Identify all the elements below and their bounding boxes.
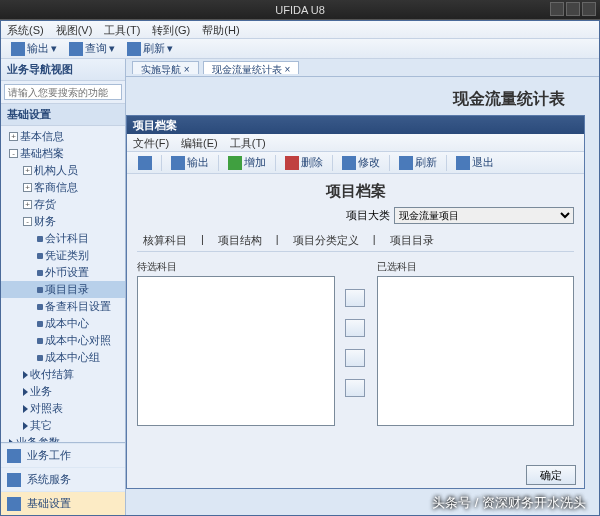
tree-node[interactable]: 成本中心对照 [1,332,125,349]
sidebar-title: 业务导航视图 [1,59,125,81]
tree-label: 收付结算 [30,367,74,382]
separator [218,155,219,171]
tree-node[interactable]: 项目目录 [1,281,125,298]
ok-button[interactable]: 确定 [526,465,576,485]
delete-button[interactable]: 删除 [280,153,328,172]
tree-label: 基础档案 [20,146,64,161]
selected-listbox[interactable] [377,276,575,426]
exit-button[interactable]: 退出 [451,153,499,172]
project-dialog: 项目档案 文件(F)编辑(E)工具(T) 输出增加删除修改刷新退出 项目档案 项… [126,115,585,489]
app-menubar: 系统(S)视图(V)工具(T)转到(G)帮助(H) [1,21,599,39]
category-select[interactable]: 现金流量项目 [394,207,574,224]
search-button[interactable]: 查询▾ [65,40,119,57]
refresh-button[interactable]: 刷新 [394,153,442,172]
tree-node[interactable]: +客商信息 [1,179,125,196]
sidebar-search [1,81,125,103]
move-all-left-button[interactable] [345,379,365,397]
section-icon [7,497,21,511]
tree-node[interactable]: 会计科目 [1,230,125,247]
print-button[interactable] [133,154,157,172]
dialog-menu-item[interactable]: 工具(T) [230,137,266,149]
tree-node[interactable]: 成本中心 [1,315,125,332]
sub-tab[interactable]: 项目结构 [216,232,264,249]
menu-item[interactable]: 转到(G) [152,24,190,36]
move-all-right-button[interactable] [345,319,365,337]
main-tab[interactable]: 现金流量统计表 × [203,61,300,74]
dialog-menubar: 文件(F)编辑(E)工具(T) [127,134,584,152]
minimize-button[interactable] [550,2,564,16]
tree-label: 其它 [30,418,52,433]
section-label: 业务工作 [27,448,71,463]
pending-label: 待选科目 [137,260,335,274]
pending-listbox[interactable] [137,276,335,426]
refresh-button[interactable]: 刷新▾ [123,40,177,57]
tree-node[interactable]: 凭证类别 [1,247,125,264]
tree-node[interactable]: -基础档案 [1,145,125,162]
tree-label: 备查科目设置 [45,299,111,314]
app-window: 系统(S)视图(V)工具(T)转到(G)帮助(H) 输出▾查询▾刷新▾ 业务导航… [0,20,600,516]
dialog-menu-item[interactable]: 文件(F) [133,137,169,149]
tree-node[interactable]: 其它 [1,417,125,434]
menu-item[interactable]: 工具(T) [104,24,140,36]
menu-item[interactable]: 系统(S) [7,24,44,36]
dialog-menu-item[interactable]: 编辑(E) [181,137,218,149]
tree-label: 成本中心 [45,316,89,331]
toggle-icon[interactable]: - [9,149,18,158]
sub-tab[interactable]: 核算科目 [141,232,189,249]
sub-tab[interactable]: 项目目录 [388,232,436,249]
export-icon [11,42,25,56]
sidebar-section[interactable]: 业务工作 [1,443,125,467]
search-input[interactable] [4,84,122,100]
node-icon [37,236,43,242]
sidebar-section[interactable]: 基础设置 [1,491,125,515]
arrow-icon [23,388,28,396]
tree-node[interactable]: 成本中心组 [1,349,125,366]
tree-label: 对照表 [30,401,63,416]
toggle-icon[interactable]: + [9,132,18,141]
export-button[interactable]: 输出 [166,153,214,172]
tree-node[interactable]: 备查科目设置 [1,298,125,315]
toggle-icon[interactable]: + [23,183,32,192]
sidebar: 业务导航视图 基础设置 +基本信息-基础档案+机构人员+客商信息+存货-财务会计… [1,59,126,515]
tree-label: 凭证类别 [45,248,89,263]
edit-icon [342,156,356,170]
tree-node[interactable]: -财务 [1,213,125,230]
sub-tab[interactable]: 项目分类定义 [291,232,361,249]
edit-button[interactable]: 修改 [337,153,385,172]
arrow-icon [23,405,28,413]
watermark: 头条号 / 资深财务开水洗头 [432,494,586,512]
main-tab[interactable]: 实施导航 × [132,61,199,74]
move-left-button[interactable] [345,349,365,367]
toggle-icon[interactable]: + [23,200,32,209]
node-icon [37,355,43,361]
separator [389,155,390,171]
separator [275,155,276,171]
tree-node[interactable]: 对照表 [1,400,125,417]
sidebar-section[interactable]: 系统服务 [1,467,125,491]
tree-node[interactable]: 业务参数 [1,434,125,442]
add-button[interactable]: 增加 [223,153,271,172]
close-button[interactable] [582,2,596,16]
tree-node[interactable]: +基本信息 [1,128,125,145]
tree-node[interactable]: 收付结算 [1,366,125,383]
search-icon [69,42,83,56]
menu-item[interactable]: 帮助(H) [202,24,239,36]
section-icon [7,449,21,463]
maximize-button[interactable] [566,2,580,16]
toggle-icon[interactable]: - [23,217,32,226]
tree-node[interactable]: +存货 [1,196,125,213]
separator [332,155,333,171]
move-right-button[interactable] [345,289,365,307]
tree-label: 业务 [30,384,52,399]
tree-node[interactable]: 外币设置 [1,264,125,281]
menu-item[interactable]: 视图(V) [56,24,93,36]
tree-node[interactable]: +机构人员 [1,162,125,179]
tree-node[interactable]: 业务 [1,383,125,400]
delete-icon [285,156,299,170]
print-icon [138,156,152,170]
node-icon [37,321,43,327]
exit-icon [456,156,470,170]
tree-label: 客商信息 [34,180,78,195]
toggle-icon[interactable]: + [23,166,32,175]
export-button[interactable]: 输出▾ [7,40,61,57]
